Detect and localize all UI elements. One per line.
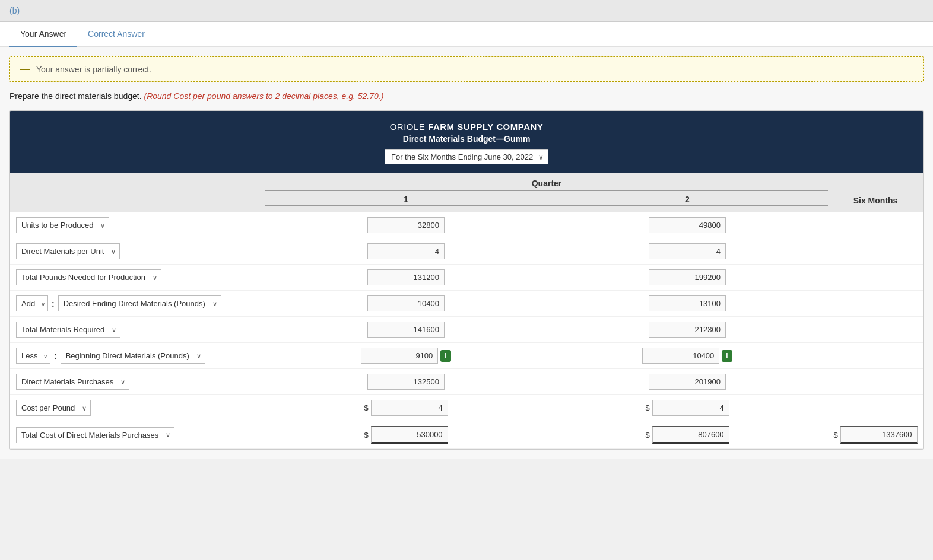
period-select[interactable]: For the Six Months Ending June 30, 2022 bbox=[385, 149, 548, 164]
q2-input-cell-less: i bbox=[547, 348, 828, 364]
add-select-wrapper[interactable]: Add bbox=[16, 295, 48, 311]
sm-total-cost-input[interactable] bbox=[840, 426, 918, 444]
q1-header: 1 bbox=[265, 195, 547, 206]
q1-total-materials-input[interactable] bbox=[367, 322, 445, 338]
q2-total-cost-input[interactable] bbox=[652, 426, 729, 444]
add-select[interactable]: Add bbox=[16, 295, 48, 311]
q2-total-pounds-input[interactable] bbox=[649, 269, 726, 285]
q1-input-cell-dm bbox=[265, 243, 547, 259]
total-materials-select[interactable]: Total Materials Required bbox=[16, 322, 120, 338]
row-label-cell-cost-per-pound: Cost per Pound bbox=[10, 400, 265, 416]
table-row: Cost per Pound $ $ bbox=[10, 395, 923, 421]
row-label-cell-total-cost: Total Cost of Direct Materials Purchases bbox=[10, 427, 265, 443]
table-row: Add : Desired Ending Direct Materials (P… bbox=[10, 291, 923, 317]
row-label-cell-total-pounds: Total Pounds Needed for Production bbox=[10, 269, 265, 285]
dm-purchases-select[interactable]: Direct Materials Purchases bbox=[16, 374, 129, 390]
q1-cost-per-pound-input[interactable] bbox=[371, 400, 448, 416]
q1-units-produced-input[interactable] bbox=[367, 217, 445, 233]
beginning-dm-select[interactable]: Beginning Direct Materials (Pounds) bbox=[61, 348, 205, 364]
units-produced-select[interactable]: Units to be Produced bbox=[16, 217, 109, 233]
q1-total-pounds-input[interactable] bbox=[367, 269, 445, 285]
sm-currency-prefix-tc: $ bbox=[833, 431, 837, 440]
q1-info-button[interactable]: i bbox=[440, 350, 450, 362]
tab-your-answer[interactable]: Your Answer bbox=[9, 22, 77, 47]
row-inputs-total-cost: $ $ bbox=[265, 426, 828, 444]
q2-currency-prefix-cpp: $ bbox=[645, 403, 649, 412]
q2-input-cell-units bbox=[547, 217, 828, 233]
cost-per-pound-select[interactable]: Cost per Pound bbox=[16, 400, 91, 416]
q2-add-ending-input[interactable] bbox=[649, 295, 726, 311]
q2-dm-purchases-input[interactable] bbox=[649, 374, 726, 390]
row-label-cell-units-produced: Units to be Produced bbox=[10, 217, 265, 233]
table-row: Direct Materials per Unit bbox=[10, 238, 923, 265]
row-inputs-add-ending bbox=[265, 295, 828, 311]
row-label-cell-dm-per-unit: Direct Materials per Unit bbox=[10, 243, 265, 259]
q1-input-cell-cpp: $ bbox=[265, 400, 547, 416]
q1-total-cost-input[interactable] bbox=[371, 426, 448, 444]
table-header: ORIOLE FARM SUPPLY COMPANY Direct Materi… bbox=[10, 111, 923, 173]
instruction-note: (Round Cost per pound answers to 2 decim… bbox=[144, 91, 383, 101]
q1-input-cell-less: i bbox=[265, 348, 547, 364]
less-select-wrapper[interactable]: Less bbox=[16, 348, 50, 364]
table-row: Total Cost of Direct Materials Purchases… bbox=[10, 421, 923, 449]
total-pounds-select[interactable]: Total Pounds Needed for Production bbox=[16, 269, 161, 285]
q2-header: 2 bbox=[547, 195, 828, 206]
q1-add-ending-input[interactable] bbox=[367, 295, 445, 311]
row-label-cell-add-ending: Add : Desired Ending Direct Materials (P… bbox=[10, 295, 265, 311]
notice-text: Your answer is partially correct. bbox=[36, 65, 151, 74]
table-row: Direct Materials Purchases bbox=[10, 369, 923, 395]
row-inputs-less-beginning: i i bbox=[265, 348, 828, 364]
q1-dm-purchases-input[interactable] bbox=[367, 374, 445, 390]
row-inputs-cost-per-pound: $ $ bbox=[265, 400, 828, 416]
q2-less-beginning-input[interactable] bbox=[642, 348, 719, 364]
total-cost-select[interactable]: Total Cost of Direct Materials Purchases bbox=[16, 427, 174, 443]
dm-per-unit-select[interactable]: Direct Materials per Unit bbox=[16, 243, 120, 259]
six-months-header: Six Months bbox=[828, 195, 923, 206]
less-select[interactable]: Less bbox=[16, 348, 50, 364]
company-name-bold: FARM SUPPLY COMPANY bbox=[428, 122, 543, 132]
table-row: Total Materials Required bbox=[10, 317, 923, 343]
tabs-container: Your Answer Correct Answer bbox=[0, 22, 933, 47]
colon2: : bbox=[54, 351, 57, 361]
quarter-label: Quarter bbox=[265, 179, 828, 191]
main-content: — Your answer is partially correct. Prep… bbox=[0, 47, 933, 459]
row-inputs-total-materials bbox=[265, 322, 828, 338]
q2-cost-per-pound-input[interactable] bbox=[652, 400, 729, 416]
q2-input-cell-total-mat bbox=[547, 322, 828, 338]
q2-input-cell-add bbox=[547, 295, 828, 311]
budget-table: ORIOLE FARM SUPPLY COMPANY Direct Materi… bbox=[9, 110, 924, 450]
six-months-cell-tc: $ bbox=[828, 426, 923, 444]
row-label-cell-dm-purchases: Direct Materials Purchases bbox=[10, 374, 265, 390]
q2-input-cell-dm bbox=[547, 243, 828, 259]
compound-label-add: Add : Desired Ending Direct Materials (P… bbox=[16, 295, 265, 311]
q2-currency-prefix-tc: $ bbox=[645, 431, 649, 440]
tab-correct-answer[interactable]: Correct Answer bbox=[77, 22, 156, 47]
q1-dm-per-unit-input[interactable] bbox=[367, 243, 445, 259]
q1-input-cell-units bbox=[265, 217, 547, 233]
dash-icon: — bbox=[20, 63, 30, 75]
instruction-prefix: Prepare the direct materials budget. bbox=[9, 91, 142, 101]
row-inputs-units-produced bbox=[265, 217, 828, 233]
row-label-cell-total-materials: Total Materials Required bbox=[10, 322, 265, 338]
desired-ending-select[interactable]: Desired Ending Direct Materials (Pounds) bbox=[58, 295, 221, 311]
q2-info-button[interactable]: i bbox=[722, 350, 732, 362]
q2-dm-per-unit-input[interactable] bbox=[649, 243, 726, 259]
table-row: Units to be Produced bbox=[10, 212, 923, 238]
q1-less-beginning-input[interactable] bbox=[361, 348, 438, 364]
compound-label-less: Less : Beginning Direct Materials (Pound… bbox=[16, 348, 265, 364]
col-quarter: Quarter 1 2 bbox=[265, 179, 828, 206]
company-name: ORIOLE FARM SUPPLY COMPANY bbox=[16, 122, 917, 132]
q2-units-produced-input[interactable] bbox=[649, 217, 726, 233]
q2-total-materials-input[interactable] bbox=[649, 322, 726, 338]
colon: : bbox=[52, 299, 55, 308]
row-inputs-dm-purchases bbox=[265, 374, 828, 390]
quarter-numbers: 1 2 bbox=[265, 195, 828, 206]
row-label-cell-less-beginning: Less : Beginning Direct Materials (Pound… bbox=[10, 348, 265, 364]
period-select-container[interactable]: For the Six Months Ending June 30, 2022 bbox=[385, 149, 548, 164]
q1-input-cell-dmp bbox=[265, 374, 547, 390]
q2-input-cell-cpp: $ bbox=[547, 400, 828, 416]
q2-input-cell-dmp bbox=[547, 374, 828, 390]
q1-input-cell-pounds bbox=[265, 269, 547, 285]
instruction: Prepare the direct materials budget. (Ro… bbox=[9, 91, 924, 101]
table-body: Units to be Produced Direct M bbox=[10, 212, 923, 449]
